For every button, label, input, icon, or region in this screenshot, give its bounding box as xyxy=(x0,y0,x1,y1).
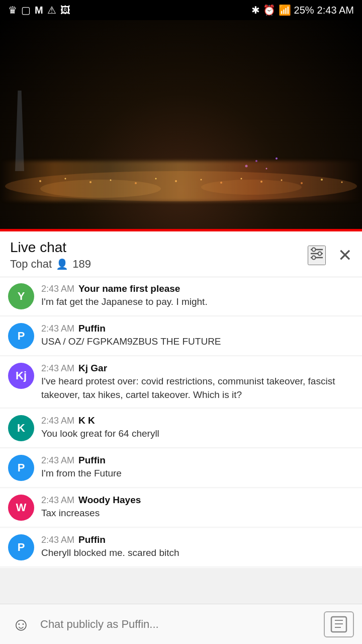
message-text: You look great for 64 cheryll xyxy=(41,427,354,441)
bluetooth-icon: ✱ xyxy=(251,4,260,16)
chat-message: P 2:43 AM Puffin USA / OZ/ FGPKAM9ZBUS T… xyxy=(0,317,362,356)
message-body: 2:43 AM Puffin USA / OZ/ FGPKAM9ZBUS THE… xyxy=(41,323,354,349)
message-body: 2:43 AM Kj Gar I've heard protest over: … xyxy=(41,363,354,401)
chat-message: K 2:43 AM K K You look great for 64 cher… xyxy=(0,409,362,448)
chat-input-area: ☺ xyxy=(0,604,362,644)
top-chat-row: Top chat 👤 189 xyxy=(10,258,91,271)
avatar: P xyxy=(8,455,34,481)
avatar: P xyxy=(8,323,34,349)
city-glow xyxy=(0,161,362,201)
viewer-count: 189 xyxy=(72,258,91,271)
chat-input[interactable] xyxy=(40,611,318,637)
chat-header: Live chat Top chat 👤 189 ✕ xyxy=(0,231,362,277)
message-meta: 2:43 AM Puffin xyxy=(41,534,354,545)
top-chat-label[interactable]: Top chat xyxy=(10,258,52,271)
message-meta: 2:43 AM K K xyxy=(41,415,354,426)
video-progress-bar[interactable] xyxy=(0,229,362,231)
message-time: 2:43 AM xyxy=(41,455,74,466)
message-author: Kj Gar xyxy=(78,363,107,374)
message-meta: 2:43 AM Puffin xyxy=(41,323,354,334)
alarm-icon: ⏰ xyxy=(263,4,276,16)
message-body: 2:43 AM K K You look great for 64 cheryl… xyxy=(41,415,354,441)
message-author: Woody Hayes xyxy=(78,495,141,506)
svg-point-21 xyxy=(276,157,278,159)
message-author: Puffin xyxy=(78,323,106,334)
message-text: I've heard protest over: covid restricti… xyxy=(41,375,354,401)
svg-point-26 xyxy=(318,252,322,255)
live-chat-title: Live chat xyxy=(10,239,91,256)
message-time: 2:43 AM xyxy=(41,495,74,506)
crown-icon: ♛ xyxy=(8,4,17,16)
message-text: Cheryll blocked me. scared bitch xyxy=(41,546,354,560)
message-meta: 2:43 AM Your name first please xyxy=(41,283,354,294)
message-text: Tax increases xyxy=(41,507,354,520)
message-body: 2:43 AM Your name first please I'm fat g… xyxy=(41,283,354,309)
chat-message: P 2:43 AM Puffin Cheryll blocked me. sca… xyxy=(0,528,362,567)
video-player[interactable] xyxy=(0,20,362,231)
avatar: Kj xyxy=(8,363,34,389)
message-time: 2:43 AM xyxy=(41,416,74,426)
chat-header-left: Live chat Top chat 👤 189 xyxy=(10,239,91,271)
warning-icon: ⚠ xyxy=(47,4,56,16)
status-bar: ♛ ▢ M ⚠ 🖼 ✱ ⏰ 📶 25% 2:43 AM xyxy=(0,0,362,20)
emoji-icon: ☺ xyxy=(12,614,31,635)
message-meta: 2:43 AM Puffin xyxy=(41,455,354,466)
send-icon xyxy=(330,615,348,633)
message-body: 2:43 AM Puffin I'm from the Future xyxy=(41,455,354,480)
message-author: Puffin xyxy=(78,455,106,466)
message-meta: 2:43 AM Woody Hayes xyxy=(41,495,354,506)
message-author: K K xyxy=(78,415,95,426)
status-icons-right: ✱ ⏰ 📶 25% 2:43 AM xyxy=(251,4,354,16)
message-author: Your name first please xyxy=(78,283,180,294)
message-time: 2:43 AM xyxy=(41,284,74,294)
chat-header-right: ✕ xyxy=(308,245,352,265)
wifi-icon: 📶 xyxy=(279,4,291,16)
send-button[interactable] xyxy=(324,611,354,637)
message-body: 2:43 AM Woody Hayes Tax increases xyxy=(41,495,354,520)
message-time: 2:43 AM xyxy=(41,363,74,374)
chat-message: Kj 2:43 AM Kj Gar I've heard protest ove… xyxy=(0,357,362,408)
image-icon: 🖼 xyxy=(60,5,70,16)
svg-point-25 xyxy=(312,248,316,251)
chat-message: P 2:43 AM Puffin I'm from the Future xyxy=(0,449,362,488)
message-text: I'm fat get the Japanese to pay. I might… xyxy=(41,295,354,309)
avatar: K xyxy=(8,415,34,441)
message-meta: 2:43 AM Kj Gar xyxy=(41,363,354,374)
avatar: Y xyxy=(8,283,34,309)
emoji-button[interactable]: ☺ xyxy=(8,611,34,637)
folder-icon: ▢ xyxy=(21,4,31,16)
filter-button[interactable] xyxy=(308,246,326,265)
chat-message: W 2:43 AM Woody Hayes Tax increases xyxy=(0,489,362,527)
close-button[interactable]: ✕ xyxy=(338,245,352,265)
svg-point-27 xyxy=(312,256,316,259)
message-time: 2:43 AM xyxy=(41,535,74,545)
avatar: W xyxy=(8,495,34,521)
message-text: I'm from the Future xyxy=(41,467,354,480)
main-content: Live chat Top chat 👤 189 ✕ xyxy=(0,231,362,608)
m-icon: M xyxy=(35,5,43,16)
message-body: 2:43 AM Puffin Cheryll blocked me. scare… xyxy=(41,534,354,560)
message-author: Puffin xyxy=(78,534,106,545)
viewers-icon: 👤 xyxy=(56,258,68,270)
battery-level: 25% xyxy=(294,5,314,16)
status-icons-left: ♛ ▢ M ⚠ 🖼 xyxy=(8,4,70,16)
avatar: P xyxy=(8,534,34,560)
time-display: 2:43 AM xyxy=(317,5,354,16)
chat-message: Y 2:43 AM Your name first please I'm fat… xyxy=(0,277,362,316)
chat-messages-list: Y 2:43 AM Your name first please I'm fat… xyxy=(0,277,362,568)
message-text: USA / OZ/ FGPKAM9ZBUS THE FUTURE xyxy=(41,335,354,349)
message-time: 2:43 AM xyxy=(41,324,74,334)
